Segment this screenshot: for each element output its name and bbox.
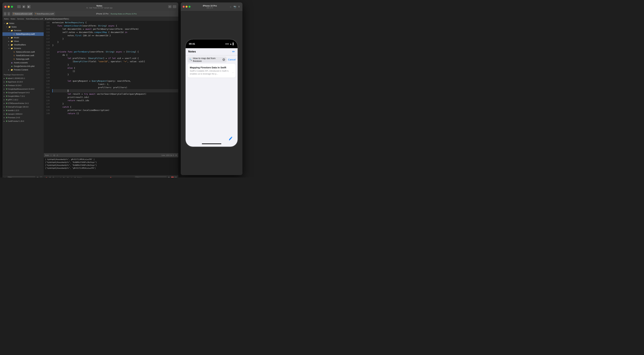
sidebar-item-notes-group[interactable]: ▼ 📁 Notes xyxy=(2,25,44,29)
code-line[interactable]: prefilters: prefilters) xyxy=(52,86,178,89)
add-file-button[interactable]: + xyxy=(4,176,6,178)
info-icon[interactable]: ⓘ xyxy=(40,176,42,178)
code-line[interactable]: let result = try await vectorSearchQuery… xyxy=(52,92,178,96)
pause-icon[interactable]: ⏸ xyxy=(49,176,51,178)
sidebar-item-notesapp[interactable]: S NotesApp.swift xyxy=(2,57,44,61)
view-icon-2[interactable] xyxy=(174,177,177,178)
code-line[interactable]: else { xyxy=(52,66,178,70)
share-icon[interactable]: ↑ xyxy=(70,176,73,178)
sim-screenshot-icon[interactable]: 📷 xyxy=(233,5,236,8)
view-icon-1[interactable] xyxy=(171,177,174,178)
pkg-leveldb[interactable]: ▶ leveldb 1.22.5 xyxy=(2,109,44,112)
bc-notes2[interactable]: Notes xyxy=(10,18,15,20)
sim-minimize[interactable] xyxy=(186,6,188,8)
code-line[interactable] xyxy=(52,47,178,50)
pkg-promises[interactable]: ▶ Promises 2.4.0 xyxy=(2,116,44,119)
bc-notes[interactable]: Notes xyxy=(4,18,9,20)
code-line[interactable]: return [] xyxy=(52,112,178,115)
step-out-icon[interactable]: ↑ xyxy=(60,176,62,178)
sidebar-filter-input[interactable]: Filter xyxy=(7,176,35,178)
forward-button[interactable]: › xyxy=(8,12,10,16)
debug-icon[interactable]: ■ xyxy=(45,176,48,178)
continue-icon[interactable]: ▶ xyxy=(63,176,66,178)
code-line[interactable]: self.notes = documentIds.compactMap { do… xyxy=(52,31,178,34)
code-line[interactable]: extension NotesRepository { xyxy=(52,21,178,24)
capture-icon[interactable]: ◉ xyxy=(74,176,76,178)
location-icon[interactable]: ⊕ xyxy=(66,176,69,178)
code-line[interactable]: return result.ids xyxy=(52,99,178,102)
code-line[interactable]: catch { xyxy=(52,106,178,109)
code-line[interactable]: let documentIds = await performQuery(sea… xyxy=(52,28,178,31)
compose-nav-icon[interactable]: ✏ xyxy=(232,50,235,54)
search-bar[interactable]: 🔍 How to map dat from firestore ✕ xyxy=(188,57,227,62)
sim-share-icon[interactable]: ⬆ xyxy=(238,5,240,8)
code-line[interactable]: } xyxy=(52,44,178,47)
code-line[interactable]: func semanticSearch(searchTerm: String) … xyxy=(52,24,178,28)
sidebar-item-notes-project[interactable]: ▼ 📁 Notes xyxy=(2,22,44,25)
sidebar-item-model[interactable]: ▶ 📁 Model xyxy=(2,36,44,40)
code-line[interactable] xyxy=(52,76,178,80)
code-line[interactable]: } xyxy=(52,63,178,66)
pkg-grpc[interactable]: ▶ gRPC 1.62.2 xyxy=(2,98,44,102)
noteslistscreen-tab[interactable]: S NotesListScreen.swift xyxy=(12,12,33,16)
code-line[interactable]: } xyxy=(52,102,178,106)
pkg-googledatatransport[interactable]: ▶ GoogleDataTransport 9.4.0 xyxy=(2,91,44,94)
search-input-text[interactable]: How to map dat from firestore xyxy=(193,57,222,62)
code-line[interactable]: limit: 2, xyxy=(52,83,178,86)
close-button[interactable] xyxy=(4,6,6,8)
bc-method[interactable]: M performQuery(searchTerm:) xyxy=(45,18,69,20)
search-cancel-button[interactable]: Cancel xyxy=(228,58,236,61)
layout-button[interactable] xyxy=(173,5,176,8)
maximize-button[interactable] xyxy=(11,6,13,8)
pkg-nanopb[interactable]: ▶ nanopb 2.30910.0 xyxy=(2,112,44,116)
sidebar-item-screens[interactable]: ▼ 📁 Screens xyxy=(2,46,44,50)
minimize-button[interactable] xyxy=(8,6,10,8)
sidebar-item-viewmodifiers[interactable]: ▶ 📁 ViewModifiers xyxy=(2,43,44,46)
scheme-button[interactable]: ▶ xyxy=(22,5,25,8)
code-line[interactable]: print(error.localizedDescription) xyxy=(52,109,178,112)
code-line[interactable]: let prefilters: [QueryFilter] = if let u… xyxy=(52,57,178,60)
compose-button[interactable] xyxy=(227,135,234,142)
code-line[interactable]: notes.first {$0.id == documentId } xyxy=(52,34,178,37)
pkg-firebase[interactable]: ▶ Firebase 10.24.0 xyxy=(2,84,44,87)
step-over-icon[interactable]: ↷ xyxy=(52,176,55,178)
sidebar-item-plist[interactable]: ■ GoogleService-Info.plist xyxy=(2,64,44,68)
pkg-appcheck[interactable]: ▶ AppCheck 10.19.0 xyxy=(2,80,44,84)
trash-icon[interactable]: 🗑 xyxy=(168,176,170,178)
pkg-interopforgoogle[interactable]: ▶ InteropForGoogle 100.0.0 xyxy=(2,105,44,109)
pkg-googleutilities[interactable]: ▶ GoogleUtilities 7.13.1 xyxy=(2,94,44,98)
code-line[interactable] xyxy=(52,89,178,92)
sim-maximize[interactable] xyxy=(188,6,190,8)
code-line[interactable]: do { xyxy=(52,54,178,57)
status-control-icon[interactable]: ⊙ xyxy=(53,154,55,156)
settings-icon[interactable]: ⚙ xyxy=(36,176,39,178)
pkg-swiftprotobuf[interactable]: ▶ SwiftProtobuf 1.26.0 xyxy=(2,119,44,123)
sidebar-toggle-button[interactable] xyxy=(17,5,21,8)
code-line[interactable]: } xyxy=(52,40,178,44)
sidebar-item-preview-content[interactable]: ▶ 📁 Preview Content xyxy=(2,68,44,72)
pkg-abseil[interactable]: ▶ abseil 1.202401101.1 xyxy=(2,76,44,80)
code-line[interactable]: private func performQuery(searchTerm: St… xyxy=(52,50,178,54)
code-lines[interactable]: extension NotesRepository { func semanti… xyxy=(51,21,178,153)
bc-services[interactable]: Services xyxy=(17,18,24,20)
sidebar-item-noteslistscreen[interactable]: S NotesListScreen.swift xyxy=(2,50,44,54)
play-button[interactable]: ▶ xyxy=(27,5,30,8)
search-result-card[interactable]: Mapping Firestore Data in Swift Swift's … xyxy=(188,64,236,78)
code-line[interactable]: [] xyxy=(52,70,178,73)
add-button[interactable]: + xyxy=(168,5,172,8)
sim-home-icon[interactable]: ⌂ xyxy=(229,5,232,8)
code-line[interactable]: } xyxy=(52,73,178,76)
sim-close[interactable] xyxy=(183,6,185,8)
sidebar-item-assets[interactable]: ◉ Assets.xcassets xyxy=(2,61,44,64)
pkg-gtmsession[interactable]: ▶ GTMSessionFetcher 3.4.1 xyxy=(2,102,44,105)
sidebar-item-noteeditscreen[interactable]: S NoteEditScreen.swift xyxy=(2,54,44,57)
notesrepository-tab[interactable]: S NotesRepository.swift xyxy=(34,12,55,16)
code-line[interactable]: let queryRequest = QueryRequest(query: s… xyxy=(52,80,178,83)
code-content[interactable]: 1081091141151161171181191201211221231241… xyxy=(44,21,178,153)
pkg-googlemeasurement[interactable]: ▶ GoogleAppMeasurement 10.24.0 xyxy=(2,87,44,91)
status-expand-icon[interactable]: ⊟ xyxy=(175,154,177,156)
bc-file[interactable]: NotesRepository.swift xyxy=(26,18,43,20)
step-into-icon[interactable]: ↓ xyxy=(56,176,58,178)
code-editor[interactable]: 1081091141151161171181191201211221231241… xyxy=(44,21,178,178)
back-button[interactable]: ‹ xyxy=(4,12,6,16)
